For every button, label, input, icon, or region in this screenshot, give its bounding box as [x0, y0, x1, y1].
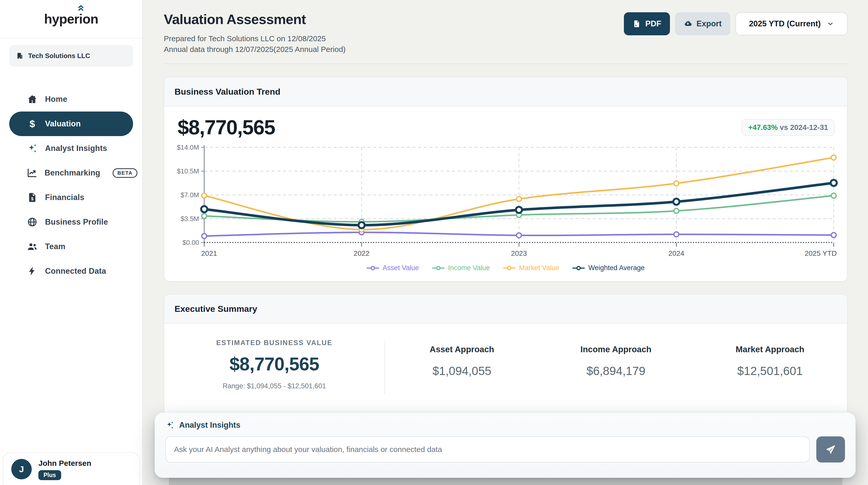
- svg-text:2023: 2023: [511, 250, 527, 257]
- logo-block: hyperion: [0, 0, 142, 38]
- user-card[interactable]: J John Petersen Plus: [3, 452, 140, 485]
- svg-text:2025 YTD: 2025 YTD: [805, 250, 837, 257]
- valuation-range: Range: $1,094,055 - $12,501,601: [164, 382, 384, 390]
- chart-legend: Asset ValueIncome ValueMarket ValueWeigh…: [175, 264, 837, 272]
- svg-text:$10.5M: $10.5M: [177, 167, 199, 175]
- sidebar-item-home[interactable]: Home: [9, 87, 133, 111]
- sidebar-item-label: Financials: [45, 193, 85, 202]
- approach-value: $6,894,179: [539, 364, 693, 378]
- approach-value: $12,501,601: [693, 364, 847, 378]
- svg-text:2024: 2024: [669, 250, 684, 257]
- current-valuation-value: $8,770,565: [178, 116, 275, 139]
- legend-label: Market Value: [519, 264, 559, 272]
- dollar-icon: $: [27, 118, 38, 129]
- svg-text:$14.0M: $14.0M: [177, 143, 199, 151]
- sidebar: hyperion Tech Solutions LLC Home$Valuati…: [0, 0, 143, 485]
- summary-card-title: Executive Summary: [164, 294, 847, 324]
- user-name: John Petersen: [38, 459, 91, 467]
- legend-item-market-value[interactable]: Market Value: [503, 264, 559, 272]
- approach-label: Market Approach: [693, 345, 847, 354]
- page-header: Valuation Assessment Prepared for Tech S…: [164, 11, 847, 55]
- svg-text:$0.00: $0.00: [182, 239, 199, 246]
- legend-label: Income Value: [448, 264, 490, 272]
- cloud-download-icon: [684, 20, 692, 28]
- sidebar-item-valuation[interactable]: $Valuation: [9, 111, 133, 136]
- approach-market-approach: Market Approach$12,501,601: [693, 339, 847, 395]
- trend-card-title: Business Valuation Trend: [164, 77, 847, 106]
- analyst-insights-panel: Analyst Insights: [155, 412, 856, 478]
- page-subtitle-line2: Annual data through 12/07/2025(2025 Annu…: [164, 44, 346, 55]
- sidebar-item-label: Team: [45, 242, 65, 251]
- approach-income-approach: Income Approach$6,894,179: [539, 339, 693, 395]
- page-title: Valuation Assessment: [164, 11, 346, 27]
- sidebar-item-connected-data[interactable]: Connected Data: [9, 259, 133, 284]
- home-icon: [27, 94, 38, 105]
- export-button-label: Export: [696, 19, 722, 28]
- estimated-value: $8,770,565: [164, 354, 384, 375]
- valuation-trend-chart[interactable]: $14.0M$10.5M$7.0M$3.5M$0.002021202220232…: [175, 142, 838, 261]
- svg-text:$3.5M: $3.5M: [181, 215, 199, 223]
- brand-logo-text-i: i: [79, 11, 83, 26]
- chevron-down-icon: [827, 20, 834, 27]
- legend-marker-icon: [367, 265, 379, 271]
- svg-text:2022: 2022: [354, 250, 370, 257]
- approach-asset-approach: Asset Approach$1,094,055: [385, 339, 539, 395]
- legend-marker-icon: [432, 265, 444, 271]
- approach-label: Asset Approach: [385, 345, 539, 354]
- svg-text:$: $: [31, 196, 33, 201]
- legend-item-asset-value[interactable]: Asset Value: [367, 264, 419, 272]
- plan-badge: Plus: [38, 470, 61, 480]
- beta-badge: BETA: [113, 168, 137, 178]
- legend-marker-icon: [503, 265, 516, 271]
- change-badge: +47.63% vs 2024-12-31: [742, 119, 835, 136]
- sparkles-icon: [27, 143, 38, 154]
- legend-label: Weighted Average: [588, 264, 645, 272]
- file-invoice-dollar-icon: $: [27, 192, 38, 203]
- building-icon: [16, 52, 24, 60]
- sidebar-item-business-profile[interactable]: Business Profile: [9, 210, 133, 234]
- sidebar-item-label: Home: [45, 95, 67, 104]
- analyst-insights-title: Analyst Insights: [179, 421, 240, 430]
- legend-marker-icon: [572, 265, 585, 271]
- estimated-value-block: ESTIMATED BUSINESS VALUE $8,770,565 Rang…: [164, 339, 384, 395]
- legend-item-weighted-average[interactable]: Weighted Average: [572, 264, 645, 272]
- valuation-trend-card: Business Valuation Trend $8,770,565 +47.…: [164, 77, 847, 282]
- svg-text:2021: 2021: [201, 250, 217, 257]
- sidebar-item-benchmarking[interactable]: BenchmarkingBETA: [9, 161, 133, 185]
- sidebar-item-label: Analyst Insights: [45, 144, 107, 153]
- legend-label: Asset Value: [382, 264, 419, 272]
- sparkles-icon: [165, 421, 175, 430]
- company-name: Tech Solutions LLC: [28, 52, 90, 60]
- brand-logo-text-pre: hyper: [44, 11, 79, 26]
- company-selector[interactable]: Tech Solutions LLC: [9, 45, 133, 66]
- period-select-value: 2025 YTD (Current): [749, 19, 821, 28]
- chart-line-icon: [27, 167, 37, 179]
- legend-item-income-value[interactable]: Income Value: [432, 264, 490, 272]
- send-button[interactable]: [816, 437, 845, 462]
- app-root: { "brand": { "name": "hyperion", "name_p…: [0, 0, 868, 485]
- header-actions: PDF Export 2025 YTD (Current): [624, 12, 847, 35]
- page-subtitle-line1: Prepared for Tech Solutions LLC on 12/08…: [164, 33, 346, 44]
- pdf-button-label: PDF: [645, 19, 661, 28]
- file-pdf-icon: [632, 20, 641, 28]
- export-button[interactable]: Export: [675, 12, 730, 35]
- brand-logo[interactable]: hyperion: [44, 11, 98, 27]
- analyst-question-input[interactable]: [165, 437, 810, 462]
- sidebar-item-team[interactable]: Team: [9, 234, 133, 259]
- sidebar-item-label: Valuation: [45, 119, 81, 128]
- svg-text:$7.0M: $7.0M: [181, 191, 199, 199]
- estimated-value-label: ESTIMATED BUSINESS VALUE: [164, 339, 384, 347]
- globe-icon: [27, 217, 38, 228]
- sidebar-item-financials[interactable]: $Financials: [9, 185, 133, 210]
- pdf-button[interactable]: PDF: [624, 12, 670, 35]
- sidebar-nav: Home$ValuationAnalyst InsightsBenchmarki…: [0, 87, 142, 284]
- paper-plane-icon: [825, 444, 836, 455]
- sidebar-item-analyst-insights[interactable]: Analyst Insights: [9, 136, 133, 161]
- header-divider: [164, 63, 847, 64]
- approaches: Asset Approach$1,094,055Income Approach$…: [385, 339, 847, 395]
- change-comparison-date: vs 2024-12-31: [780, 123, 828, 131]
- approach-label: Income Approach: [539, 345, 693, 354]
- brand-logo-text-post: on: [83, 11, 98, 26]
- period-select[interactable]: 2025 YTD (Current): [736, 12, 847, 35]
- double-chevron-up-icon: [78, 5, 84, 11]
